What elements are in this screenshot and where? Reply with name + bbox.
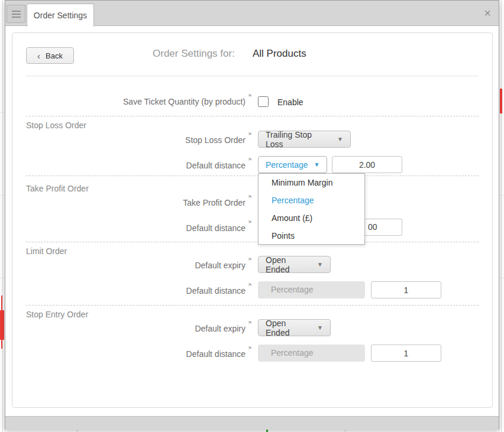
limit-expiry-dropdown[interactable]: Open Ended ▼ bbox=[258, 256, 331, 273]
help-flag-icon: ⚑ bbox=[248, 346, 252, 351]
take-profit-distance-label: Default distance bbox=[26, 223, 245, 233]
save-ticket-quantity-label: Save Ticket Quantity (by product) bbox=[26, 97, 245, 106]
section-title-stop-entry: Stop Entry Order bbox=[26, 310, 88, 319]
tab-order-settings[interactable]: Order Settings bbox=[27, 4, 94, 27]
chevron-down-icon: ▼ bbox=[317, 324, 323, 331]
take-profit-order-label: Take Profit Order bbox=[26, 198, 245, 207]
help-flag-icon: ⚑ bbox=[248, 195, 252, 200]
take-profit-distance-input[interactable]: 00 bbox=[365, 219, 402, 236]
chart-tick-left-2 bbox=[0, 195, 5, 196]
stop-entry-expiry-dropdown[interactable]: Open Ended ▼ bbox=[258, 319, 331, 336]
candle-body-right bbox=[500, 89, 502, 113]
save-ticket-enable-checkbox[interactable] bbox=[258, 96, 269, 107]
bottom-green-line bbox=[266, 430, 268, 432]
bottom-divider-2 bbox=[345, 430, 345, 432]
stop-loss-order-label: Stop Loss Order bbox=[26, 135, 245, 145]
stop-entry-distance-input[interactable] bbox=[371, 345, 441, 362]
limit-distance-input[interactable] bbox=[371, 281, 441, 298]
stop-loss-distance-type-value: Percentage bbox=[266, 160, 308, 170]
stop-entry-expiry-label: Default expiry bbox=[26, 324, 245, 333]
menu-item-amount[interactable]: Amount (£) bbox=[259, 209, 364, 227]
page-title-scope: All Products bbox=[253, 48, 306, 60]
distance-type-menu: Minimum Margin Percentage Amount (£) Poi… bbox=[258, 173, 365, 245]
help-flag-icon: ⚑ bbox=[248, 132, 252, 137]
chart-tick-right-2 bbox=[499, 278, 504, 278]
chart-tick-left-1 bbox=[0, 112, 5, 113]
limit-distance-label: Default distance bbox=[26, 286, 245, 295]
candle-body-left bbox=[0, 310, 4, 340]
help-flag-icon: ⚑ bbox=[248, 321, 252, 326]
section-separator bbox=[26, 176, 479, 176]
stop-entry-expiry-value: Open Ended bbox=[266, 319, 311, 337]
dialog-bottombar bbox=[5, 416, 499, 430]
stop-entry-distance-type-field: Percentage bbox=[258, 345, 365, 362]
header-separator bbox=[26, 76, 479, 76]
chevron-left-icon: ‹ bbox=[37, 51, 40, 60]
stop-loss-order-dropdown[interactable]: Trailing Stop Loss ▼ bbox=[258, 131, 351, 148]
chevron-down-icon: ▼ bbox=[317, 261, 323, 268]
help-flag-icon: ⚑ bbox=[248, 283, 252, 288]
section-title-limit: Limit Order bbox=[26, 246, 67, 256]
stop-entry-distance-label: Default distance bbox=[26, 349, 245, 359]
chart-gridline-left bbox=[2, 0, 3, 432]
menu-item-points[interactable]: Points bbox=[259, 227, 364, 245]
chevron-down-icon: ▼ bbox=[314, 161, 320, 168]
stop-loss-order-value: Trailing Stop Loss bbox=[266, 130, 331, 149]
stop-loss-distance-label: Default distance bbox=[26, 161, 245, 170]
section-title-stop-loss: Stop Loss Order bbox=[26, 121, 86, 130]
stop-loss-distance-type-dropdown[interactable]: Percentage ▼ bbox=[258, 156, 327, 173]
chart-tick-right-1 bbox=[499, 195, 504, 196]
stop-loss-distance-input[interactable] bbox=[332, 156, 402, 173]
page-title: Order Settings for: bbox=[153, 48, 235, 60]
menu-item-minimum-margin[interactable]: Minimum Margin bbox=[259, 174, 364, 191]
limit-expiry-label: Default expiry bbox=[26, 261, 245, 270]
hamburger-menu-button[interactable] bbox=[7, 5, 25, 23]
chevron-down-icon: ▼ bbox=[337, 136, 343, 142]
section-separator bbox=[26, 305, 479, 306]
menu-item-percentage[interactable]: Percentage bbox=[259, 191, 364, 209]
close-icon[interactable]: × bbox=[484, 7, 491, 20]
limit-expiry-value: Open Ended bbox=[266, 255, 311, 274]
chart-tick-left-3 bbox=[0, 278, 5, 278]
back-button[interactable]: ‹ Back bbox=[26, 47, 74, 64]
tab-label: Order Settings bbox=[34, 11, 87, 20]
section-separator bbox=[26, 242, 479, 242]
enable-label: Enable bbox=[277, 98, 303, 107]
help-flag-icon: ⚑ bbox=[248, 158, 252, 163]
dialog-tabbar: Order Settings × bbox=[5, 1, 499, 26]
help-flag-icon: ⚑ bbox=[248, 258, 252, 262]
limit-distance-type-field: Percentage bbox=[258, 281, 365, 298]
chart-gridline-right bbox=[501, 0, 502, 432]
back-button-label: Back bbox=[46, 51, 63, 60]
section-title-take-profit: Take Profit Order bbox=[26, 184, 89, 193]
help-flag-icon: ⚑ bbox=[248, 220, 252, 225]
help-flag-icon: ⚑ bbox=[248, 94, 252, 99]
bottom-divider-1 bbox=[77, 430, 77, 432]
section-separator bbox=[26, 116, 479, 116]
